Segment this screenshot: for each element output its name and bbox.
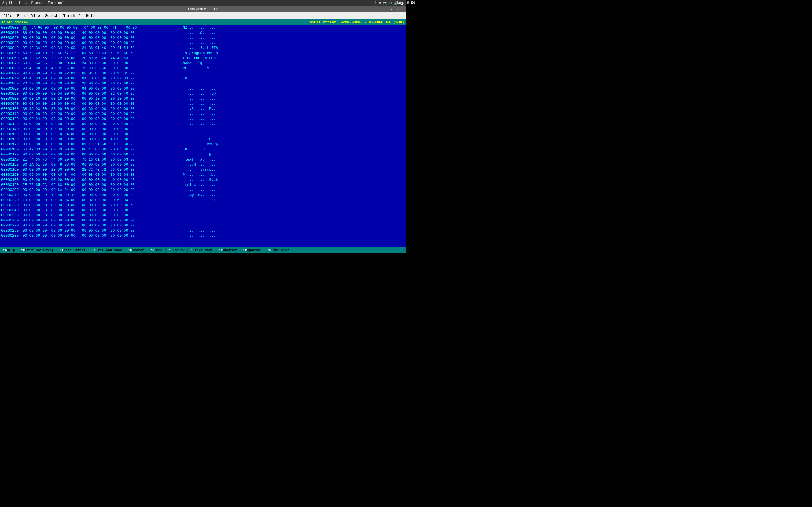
hex-offset: 00000050 — [0, 51, 22, 56]
hex-row: 0000029000 00 00 00 00 00 00 00 00 00 00… — [0, 233, 406, 238]
hex-row: 000000C004 00 00 00 00 00 00 00 04 00 00… — [0, 86, 406, 91]
hex-ascii: ................ — [181, 41, 218, 46]
hex-row: 0000016000 00 00 00 00 00 00 00 00 80 03… — [0, 137, 406, 142]
hex-row: 000001F02E 72 65 6C 6F 63 00 00 0C 00 00… — [0, 182, 406, 187]
status-item[interactable]: ^X Exit and Save — [89, 247, 125, 253]
hex-offset: 00000210 — [0, 193, 22, 198]
hex-offset: 00000180 — [0, 147, 22, 152]
hex-ascii: .. .. ..... — [181, 81, 218, 86]
hex-bytes: 00 00 00 00 00 00 00 00 00 00 00 00 00 0… — [22, 213, 181, 218]
hex-offset: 00000240 — [0, 208, 22, 213]
hex-ascii: ................ — [181, 233, 218, 238]
hex-row: 0000013000 00 00 00 00 00 00 00 00 00 00… — [0, 122, 406, 127]
hex-offset: 000000B0 — [0, 81, 22, 86]
hex-offset: 00000000 — [0, 25, 22, 31]
status-key: ^U — [150, 248, 154, 252]
workspace-indicator[interactable]: 1 — [374, 1, 376, 5]
window-switcher-icon[interactable]: ⊞ — [379, 1, 381, 5]
hex-ascii: .reloc.......... — [181, 182, 218, 187]
hex-row: 0000028000 00 00 00 00 00 00 00 00 00 00… — [0, 228, 406, 233]
hex-offset: 00000110 — [0, 112, 22, 117]
menu-help[interactable]: Help — [84, 13, 97, 18]
hex-bytes: 00 00 00 00 00 00 00 00 00 00 00 00 00 0… — [22, 122, 181, 127]
hex-ascii: ..............l. — [181, 198, 218, 203]
hex-offset: 00000140 — [0, 127, 22, 132]
hex-editor: 000000004D 5A 90 00 03 00 00 00 04 00 00… — [0, 25, 406, 247]
hex-bytes: 00 4E 03 00 00 00 00 00 0A E0 04 00 00 8… — [22, 76, 181, 81]
hex-ascii: PE..L...~..V.... — [181, 66, 218, 71]
menu-terminal[interactable]: Terminal — [61, 13, 83, 18]
status-desc: CharSet — [223, 248, 237, 252]
status-key: ^N — [267, 248, 271, 252]
hex-offset: 000000C0 — [0, 86, 22, 91]
hex-ascii: ....S.......P... — [181, 107, 218, 112]
hex-bytes: 00 00 00 00 00 00 00 00 01 1E 21 6D 6D 5… — [22, 142, 181, 147]
system-bar-clock: Sun 18:56 — [397, 1, 406, 5]
window-icon[interactable]: □ — [390, 1, 392, 5]
hex-bytes: A8 9A 03 00 53 00 00 00 00 A0 04 00 50 0… — [22, 107, 181, 112]
hex-bytes: 00 00 00 00 40 00 00 42 00 00 00 00 00 0… — [22, 193, 181, 198]
hex-offset: 00000290 — [0, 233, 22, 238]
status-desc: goTo Offset — [63, 248, 86, 252]
menu-view[interactable]: View — [29, 13, 42, 18]
hex-ascii: ................ — [181, 132, 218, 137]
menu-file[interactable]: File — [1, 13, 14, 18]
status-key: ^G — [3, 248, 7, 252]
status-desc: Undo — [154, 248, 162, 252]
hex-ascii: ................ — [181, 117, 218, 122]
minimize-button[interactable]: − — [390, 7, 394, 11]
menu-bar: File Edit View Search Terminal Help — [0, 12, 406, 19]
places-menu[interactable]: Places — [31, 1, 43, 5]
status-desc: Exit (No Save) — [25, 248, 54, 252]
applications-menu[interactable]: Applications — [2, 1, 27, 5]
status-item[interactable]: ^C Exit (No Save) — [18, 247, 56, 253]
menu-edit[interactable]: Edit — [15, 13, 28, 18]
hex-ascii: mode....$....... — [181, 61, 218, 66]
system-bar-left: Applications Places Terminal — [2, 1, 64, 5]
maximize-button[interactable]: □ — [395, 7, 399, 11]
hex-row: 0000008050 45 00 00 4C 01 05 00 7E C3 FC… — [0, 66, 406, 71]
status-item[interactable]: ^G Help — [0, 247, 18, 253]
hex-ascii: ................ — [181, 228, 218, 233]
status-item[interactable]: ^E Text Mode — [188, 247, 216, 253]
hex-row: 000000F000 00 00 00 10 00 00 00 00 00 00… — [0, 101, 406, 107]
hex-row: 0000011000 00 00 00 00 00 00 00 00 00 00… — [0, 112, 406, 117]
hex-row: 00000010B8 00 00 00 00 00 00 00 40 00 00… — [0, 31, 406, 36]
status-item[interactable]: ^T goTo Offset — [56, 247, 89, 253]
hex-bytes: 00 00 00 00 00 00 00 00 00 00 00 00 00 0… — [22, 127, 181, 132]
status-item[interactable]: ^U Undo — [147, 247, 165, 253]
hex-bytes: 4D 5A 90 00 03 00 00 00 04 00 00 00 FF F… — [22, 25, 181, 31]
menu-search[interactable]: Search — [43, 13, 61, 18]
hex-bytes: 00 00 00 00 00 00 00 00 00 80 03 00 48 0… — [22, 137, 181, 142]
hex-ascii: ............@..@ — [181, 177, 218, 182]
status-desc: Search — [132, 248, 144, 252]
window-title: root@kate: /tmp — [188, 7, 218, 11]
hex-row: 000000004D 5A 90 00 03 00 00 00 04 00 00… — [0, 25, 406, 31]
status-key: ^P — [243, 248, 247, 252]
status-item[interactable]: ^L Redraw — [165, 247, 188, 253]
screenshot-icon[interactable]: 📷 — [383, 1, 388, 5]
terminal-menu[interactable]: Terminal — [48, 1, 64, 5]
hex-offset: 00000260 — [0, 218, 22, 223]
offset-info: ASCII Offset: 0x00000000 / 0x00046DFF (%… — [310, 20, 404, 24]
hex-bytes: 50 45 00 00 4C 01 05 00 7E C3 FC 56 00 0… — [22, 66, 181, 71]
hex-bytes: 50 06 00 00 00 A0 04 00 00 08 00 00 00 6… — [22, 172, 181, 177]
hex-ascii: .... ..`.rsrc... — [181, 167, 218, 172]
hex-bytes: 00 00 00 00 00 00 00 00 00 00 00 00 40 0… — [22, 177, 181, 182]
status-item[interactable]: ^P Spacing — [240, 247, 264, 253]
status-desc: Redraw — [172, 248, 185, 252]
close-button[interactable]: ✕ — [400, 7, 404, 11]
title-bar: root@kate: /tmp − □ ✕ — [0, 6, 406, 12]
hex-offset: 00000010 — [0, 31, 22, 36]
hex-bytes: 2E 74 65 78 74 00 00 00 78 18 01 00 00 8… — [22, 157, 181, 162]
hex-bytes: 00 00 00 00 20 00 00 60 2E 72 73 72 63 0… — [22, 167, 181, 172]
hex-row: 0000024000 00 00 00 00 00 00 00 00 00 00… — [0, 208, 406, 213]
status-item[interactable]: ^N Find Next — [264, 247, 292, 253]
hex-offset: 00000030 — [0, 41, 22, 46]
hex-offset: 000001F0 — [0, 182, 22, 187]
hex-offset: 00000280 — [0, 228, 22, 233]
status-item[interactable]: ^W Search — [125, 247, 147, 253]
hex-row: 0000017000 00 00 00 00 00 00 00 01 1E 21… — [0, 142, 406, 147]
status-item[interactable]: ^R CharSet — [216, 247, 240, 253]
hex-offset: 00000190 — [0, 152, 22, 157]
